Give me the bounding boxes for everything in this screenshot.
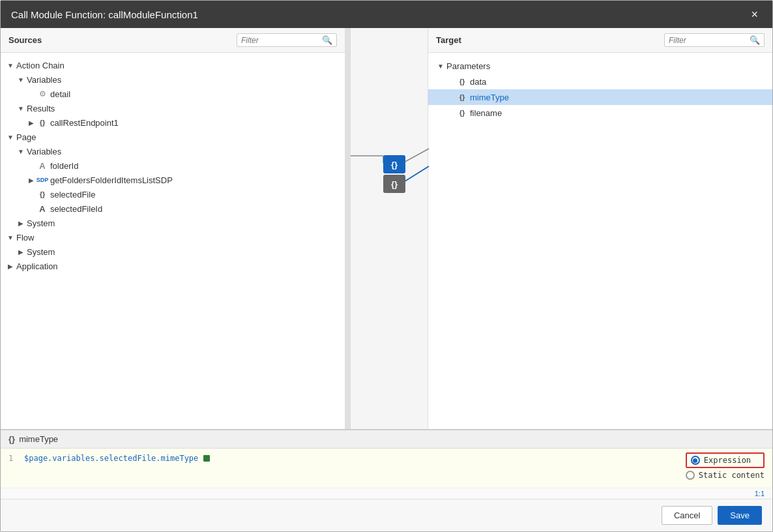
target-tree: Parameters {} data {} mimeType {} [428,53,772,429]
data-icon: {} [457,76,467,87]
tree-node-getFolders[interactable]: SDP getFoldersFolderIdItemsListSDP [1,173,345,187]
drag-icon-1[interactable]: {} [383,155,405,173]
static-radio[interactable] [686,471,695,480]
close-button[interactable]: × [747,7,762,22]
cancel-button[interactable]: Cancel [662,506,712,525]
expand-flow[interactable] [6,233,15,242]
getFolders-icon: SDP [37,175,48,185]
expression-editor: 1 $page.variables.selectedFile.mimeType … [1,449,772,488]
tree-node-folderId[interactable]: A folderId [1,158,345,173]
mimeType-icon: {} [457,92,467,102]
tree-node-variables-2[interactable]: Variables [1,144,345,158]
expand-page[interactable] [6,132,15,141]
expand-variables-2[interactable] [16,147,25,156]
target-title: Target [436,35,461,45]
sources-filter-input[interactable] [241,36,319,45]
expand-action-chain[interactable] [6,61,15,70]
target-search-icon: 🔍 [750,35,760,45]
sources-panel: Sources 🔍 Action Chain Variables [1,28,345,429]
dialog-title: Call Module Function: callModuleFunction… [11,9,198,20]
valid-indicator [203,455,210,462]
expand-parameters[interactable] [436,61,445,70]
connector-area: {} {} [350,28,428,429]
expand-results[interactable] [16,104,25,113]
static-option[interactable]: Static content [686,471,765,480]
main-area: Sources 🔍 Action Chain Variables [1,28,772,430]
selectedFileId-icon: A [37,203,48,214]
tree-node-variables-1[interactable]: Variables [1,72,345,87]
sources-scrollbar[interactable] [345,28,350,429]
expression-label-bar: {} mimeType [1,430,772,449]
coords-bar: 1:1 [1,488,772,499]
filename-icon: {} [457,108,467,118]
tree-node-results[interactable]: Results [1,101,345,115]
target-panel: Target 🔍 Parameters {} data [428,28,772,429]
title-bar: Call Module Function: callModuleFunction… [1,1,772,28]
expand-callRest[interactable] [27,118,36,127]
tree-node-system-2[interactable]: System [1,244,345,259]
folderId-icon: A [37,160,48,171]
connector-svg [351,28,428,429]
tree-node-application[interactable]: Application [1,259,345,273]
tree-node-action-chain[interactable]: Action Chain [1,58,345,72]
expression-option[interactable]: Expression [686,452,765,468]
cursor-coords: 1:1 [755,490,765,497]
tree-node-detail[interactable]: ⚙ detail [1,87,345,101]
svg-line-2 [403,149,429,163]
sources-header: Sources 🔍 [1,28,345,53]
tree-node-flow[interactable]: Flow [1,230,345,244]
drag-icon-2[interactable]: {} [383,175,405,193]
expression-label-icon: {} [8,434,15,444]
bottom-area: {} mimeType 1 $page.variables.selectedFi… [1,430,772,499]
tree-node-selectedFileId[interactable]: A selectedFileId [1,201,345,216]
expression-radio[interactable] [691,456,700,465]
expression-label-text: mimeType [19,434,58,444]
sources-filter-box: 🔍 [237,33,337,47]
target-filter-box: 🔍 [664,33,765,47]
save-button[interactable]: Save [718,506,762,525]
detail-icon: ⚙ [37,89,48,99]
expression-code[interactable]: $page.variables.selectedFile.mimeType [24,454,198,463]
radio-options: Expression Static content [686,452,765,480]
expand-application[interactable] [6,261,15,271]
tree-node-selectedFile[interactable]: {} selectedFile [1,187,345,201]
dialog: Call Module Function: callModuleFunction… [0,0,773,532]
tree-node-callRestEndpoint1[interactable]: {} callRestEndpoint1 [1,115,345,130]
target-node-parameters[interactable]: Parameters [428,58,772,74]
target-header: Target 🔍 [428,28,772,53]
expand-variables-1[interactable] [16,75,25,84]
selectedFile-icon: {} [37,189,48,200]
expand-system-1[interactable] [16,218,25,228]
tree-node-page[interactable]: Page [1,130,345,144]
target-node-mimeType[interactable]: {} mimeType [428,89,772,105]
expression-radio-label: Expression [704,456,751,465]
svg-line-3 [403,166,429,183]
line-number: 1 [8,454,19,463]
footer: Cancel Save [1,499,772,531]
sources-search-icon: 🔍 [322,35,332,45]
target-node-data[interactable]: {} data [428,74,772,89]
sources-title: Sources [8,35,42,45]
tree-node-system-1[interactable]: System [1,216,345,230]
static-radio-label: Static content [699,471,765,480]
expand-getFolders[interactable] [27,175,36,185]
expand-system-2[interactable] [16,247,25,256]
callRest-icon: {} [37,117,48,128]
sources-tree: Action Chain Variables ⚙ detail Results [1,53,345,429]
target-filter-input[interactable] [669,36,747,45]
target-node-filename[interactable]: {} filename [428,105,772,121]
